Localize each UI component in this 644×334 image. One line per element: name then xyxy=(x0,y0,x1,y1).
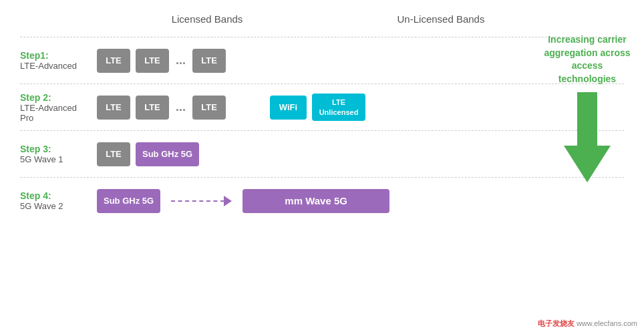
step4-label: Step 4: 5G Wave 2 xyxy=(20,190,97,211)
step3-lte: LTE xyxy=(97,142,130,166)
step4-content: Sub GHz 5G mm Wave 5G xyxy=(97,189,624,213)
step4-number: Step 4: xyxy=(20,190,90,201)
watermark: 电子发烧友 www.elecfans.com xyxy=(538,319,637,329)
step4-mmwave: mm Wave 5G xyxy=(243,189,389,213)
step1-dots: ... xyxy=(176,53,186,67)
licensed-bands-label: Licensed Bands xyxy=(154,13,261,25)
step2-number: Step 2: xyxy=(20,92,90,103)
step3-name: 5G Wave 1 xyxy=(20,154,90,164)
green-arrow-wrapper xyxy=(564,92,611,182)
step3-sub5g: Sub GHz 5G xyxy=(136,142,199,166)
step1-lte3: LTE xyxy=(192,49,226,73)
step4-arrow xyxy=(171,196,232,206)
step1-number: Step1: xyxy=(20,50,90,61)
step3-number: Step 3: xyxy=(20,144,90,154)
step1-lte1: LTE xyxy=(97,49,130,73)
increasing-carrier-text: Increasing carrier aggregation across ac… xyxy=(544,33,631,86)
step2-lte2: LTE xyxy=(136,96,169,120)
watermark-logo: 电子发烧友 xyxy=(538,319,575,327)
step2-label: Step 2: LTE-Advanced Pro xyxy=(20,92,97,123)
step4-dashed-line xyxy=(171,200,224,202)
step4-row: Step 4: 5G Wave 2 Sub GHz 5G mm Wave 5G xyxy=(20,177,624,224)
right-annotation: Increasing carrier aggregation across ac… xyxy=(544,33,631,182)
step2-lte1: LTE xyxy=(97,96,130,120)
green-down-arrow xyxy=(564,146,611,182)
step2-wifi: WiFi xyxy=(270,96,307,120)
step1-name: LTE-Advanced xyxy=(20,61,90,71)
watermark-url: www.elecfans.com xyxy=(577,319,637,327)
step3-row: Step 3: 5G Wave 1 LTE Sub GHz 5G xyxy=(20,130,624,177)
step1-label: Step1: LTE-Advanced xyxy=(20,50,97,71)
unlicensed-bands-label: Un-Licensed Bands xyxy=(381,13,501,25)
step2-name: LTE-Advanced Pro xyxy=(20,103,90,123)
step1-row: Step1: LTE-Advanced LTE LTE ... LTE xyxy=(20,37,624,84)
step1-lte2: LTE xyxy=(136,49,169,73)
step2-lte-unlicensed: LTEUnlicensed xyxy=(312,94,365,121)
main-container: Licensed Bands Un-Licensed Bands Step1: … xyxy=(0,0,644,334)
step2-row: Step 2: LTE-Advanced Pro LTE LTE ... LTE… xyxy=(20,84,624,130)
step4-sub5g: Sub GHz 5G xyxy=(97,189,160,213)
step4-arrow-head xyxy=(224,196,232,206)
header-row: Licensed Bands Un-Licensed Bands xyxy=(100,13,624,25)
green-arrow-shaft xyxy=(577,92,597,146)
step2-dots: ... xyxy=(176,100,186,114)
step3-label: Step 3: 5G Wave 1 xyxy=(20,144,97,164)
step4-name: 5G Wave 2 xyxy=(20,201,90,211)
step2-lte3: LTE xyxy=(192,96,226,120)
